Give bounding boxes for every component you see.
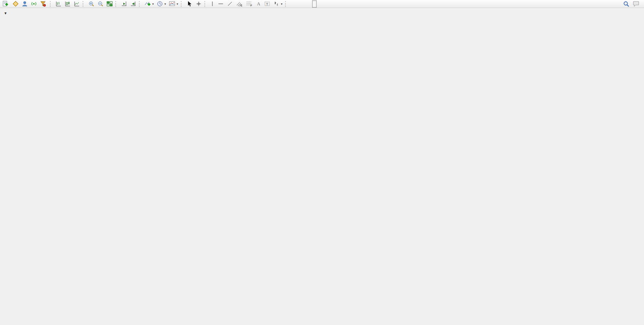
tf-m5[interactable]: [294, 0, 298, 8]
text-label-icon: T: [264, 1, 270, 7]
trading-terminal: { "toolbar": { "new_order_label": "新订单",…: [0, 0, 644, 325]
horizontal-line-icon: [218, 1, 224, 7]
cursor-icon: [187, 1, 193, 7]
tf-m1[interactable]: [289, 0, 294, 8]
chat-bubble-icon: [633, 1, 639, 7]
text-icon: A: [256, 1, 261, 7]
line-chart-icon: [74, 1, 80, 7]
clock-icon: [157, 1, 163, 7]
zoom-in-icon: [88, 1, 94, 7]
svg-text:A: A: [257, 1, 260, 6]
notifications-button[interactable]: [633, 1, 639, 7]
tf-mn[interactable]: [326, 0, 330, 8]
crosshair-icon: [196, 1, 202, 7]
chart-plot[interactable]: [0, 8, 644, 325]
broadcast-icon: [31, 1, 37, 7]
line-chart-button[interactable]: [72, 0, 81, 8]
dropdown-arrow-icon: ▾: [281, 2, 282, 6]
toolbar-grip: [50, 1, 53, 7]
tf-h4-active[interactable]: [312, 0, 317, 8]
chart-menu-icon[interactable]: ▼: [4, 11, 7, 15]
trendline-icon: [227, 1, 233, 7]
tile-windows-button[interactable]: [105, 0, 114, 8]
tf-d1[interactable]: [317, 0, 321, 8]
candlestick-icon: [65, 1, 71, 7]
person-icon: [22, 1, 28, 7]
tf-h1[interactable]: [308, 0, 312, 8]
channel-icon: E: [236, 1, 243, 7]
community-button[interactable]: [20, 0, 29, 8]
cursor-tool-button[interactable]: [185, 0, 194, 8]
arrows-icon: [273, 1, 279, 7]
chart-shift-icon: [130, 1, 136, 7]
template-icon: [169, 1, 175, 7]
search-icon[interactable]: [623, 1, 630, 7]
bar-chart-icon: [56, 1, 62, 7]
toolbar-grip: [115, 1, 118, 7]
tf-w1[interactable]: [321, 0, 326, 8]
equidistant-channel-tool-button[interactable]: E: [234, 0, 244, 8]
new-order-button[interactable]: [1, 0, 11, 8]
metaeditor-button[interactable]: [11, 0, 20, 8]
svg-text:F: F: [250, 4, 252, 7]
toolbar-grip: [181, 1, 184, 7]
periods-button[interactable]: ▾: [155, 0, 167, 8]
toolbar-grip: [285, 1, 288, 7]
signal-button[interactable]: [29, 0, 38, 8]
tf-m15[interactable]: [298, 0, 303, 8]
tile-windows-icon: [107, 1, 113, 7]
indicators-icon: [145, 1, 151, 7]
zoom-out-icon: [97, 1, 104, 7]
chart-shift-button[interactable]: [129, 0, 138, 8]
svg-text:E: E: [241, 4, 242, 7]
auto-scroll-icon: [121, 1, 127, 7]
new-order-icon: [2, 1, 8, 7]
toolbar-grip: [139, 1, 142, 7]
zoom-out-button[interactable]: [96, 0, 105, 8]
vertical-line-icon: [210, 1, 215, 7]
gold-diamond-icon: [13, 1, 19, 7]
auto-trading-button[interactable]: [38, 0, 49, 8]
fibonacci-icon: F: [246, 1, 253, 7]
candlestick-chart-button[interactable]: [63, 0, 72, 8]
trendline-tool-button[interactable]: [225, 0, 234, 8]
bar-chart-button[interactable]: [54, 0, 63, 8]
chart-header: ▼: [4, 10, 12, 16]
fibonacci-tool-button[interactable]: F: [244, 0, 254, 8]
text-tool-button[interactable]: A: [254, 0, 263, 8]
dropdown-arrow-icon: ▾: [164, 2, 166, 6]
funnel-icon: [40, 1, 46, 7]
templates-button[interactable]: ▾: [167, 0, 180, 8]
horizontal-line-tool-button[interactable]: [216, 0, 225, 8]
toolbar-grip: [204, 1, 207, 7]
auto-scroll-button[interactable]: [120, 0, 129, 8]
dropdown-arrow-icon: ▾: [177, 2, 178, 6]
zoom-in-button[interactable]: [87, 0, 96, 8]
dropdown-arrow-icon: ▾: [152, 2, 154, 6]
indicators-button[interactable]: ▾: [143, 0, 155, 8]
svg-text:T: T: [266, 2, 268, 6]
toolbar: ▾ ▾ ▾ E F A T ▾: [0, 0, 644, 8]
toolbar-grip: [83, 1, 86, 7]
text-label-tool-button[interactable]: T: [263, 0, 272, 8]
arrows-tool-button[interactable]: ▾: [272, 0, 284, 8]
vertical-line-tool-button[interactable]: [209, 0, 216, 8]
crosshair-tool-button[interactable]: [194, 0, 203, 8]
tf-m30[interactable]: [303, 0, 308, 8]
